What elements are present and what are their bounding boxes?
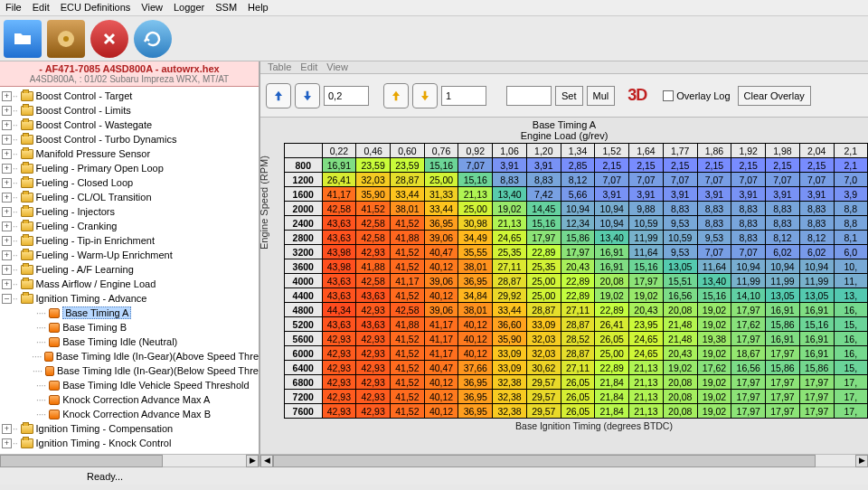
expand-icon[interactable]: + xyxy=(2,106,12,116)
row-header[interactable]: 7600 xyxy=(285,404,323,419)
data-cell[interactable]: 23,59 xyxy=(356,158,391,173)
data-cell[interactable]: 17,97 xyxy=(799,404,834,419)
data-cell[interactable]: 40,12 xyxy=(424,259,458,274)
tree-hscrollbar[interactable]: ▶ xyxy=(0,454,259,466)
data-cell[interactable]: 26,41 xyxy=(595,317,629,332)
data-cell[interactable]: 41,52 xyxy=(390,259,424,274)
data-cell[interactable]: 42,93 xyxy=(322,390,356,404)
data-cell[interactable]: 21,13 xyxy=(458,187,493,202)
data-cell[interactable]: 15,51 xyxy=(663,274,697,288)
mul-button[interactable]: Mul xyxy=(587,86,616,106)
data-cell[interactable]: 10,94 xyxy=(731,259,766,274)
data-cell[interactable]: 2,15 xyxy=(799,158,834,173)
tree-row[interactable]: –··Ignition Timing - Advance xyxy=(0,291,259,306)
row-header[interactable]: 4400 xyxy=(285,288,323,303)
data-cell[interactable]: 36,95 xyxy=(458,390,493,404)
menu-file[interactable]: File xyxy=(5,2,22,14)
data-cell[interactable]: 20,43 xyxy=(561,259,595,274)
data-cell[interactable]: 17,97 xyxy=(799,390,834,404)
data-cell[interactable]: 3,91 xyxy=(799,187,834,202)
data-cell[interactable]: 7,07 xyxy=(731,245,766,259)
data-cell[interactable]: 7,07 xyxy=(731,173,766,187)
data-cell[interactable]: 11,99 xyxy=(629,231,664,245)
data-cell[interactable]: 19,02 xyxy=(629,288,664,303)
data-cell[interactable]: 19,02 xyxy=(697,346,731,361)
tree-row[interactable]: +··Fueling - Closed Loop xyxy=(0,175,259,190)
data-cell[interactable]: 17,97 xyxy=(799,375,834,390)
data-cell[interactable]: 2,15 xyxy=(697,158,731,173)
data-cell[interactable]: 35,55 xyxy=(458,245,493,259)
data-cell[interactable]: 42,58 xyxy=(356,274,391,288)
data-cell[interactable]: 7,07 xyxy=(458,158,493,173)
data-cell[interactable]: 24,65 xyxy=(493,231,527,245)
data-cell[interactable]: 44,34 xyxy=(322,303,356,317)
data-cell[interactable]: 41,52 xyxy=(390,245,424,259)
data-cell[interactable]: 6,02 xyxy=(766,245,800,259)
data-cell[interactable]: 20,43 xyxy=(629,303,664,317)
data-cell[interactable]: 23,95 xyxy=(629,317,664,332)
data-cell[interactable]: 40,12 xyxy=(458,346,493,361)
tree-row[interactable]: +··Boost Control - Turbo Dynamics xyxy=(0,132,259,146)
collapse-icon[interactable]: – xyxy=(2,294,12,304)
data-cell[interactable]: 3,91 xyxy=(731,187,766,202)
data-cell[interactable]: 32,03 xyxy=(526,332,561,346)
data-cell[interactable]: 43,98 xyxy=(322,259,356,274)
data-cell[interactable]: 31,33 xyxy=(424,187,458,202)
overlay-log-checkbox[interactable]: Overlay Log xyxy=(663,90,730,101)
data-cell[interactable]: 43,63 xyxy=(356,288,391,303)
data-cell[interactable]: 8,83 xyxy=(731,231,766,245)
tree-row[interactable]: ····Knock Correction Advance Max B xyxy=(0,407,259,421)
data-cell[interactable]: 43,63 xyxy=(322,231,356,245)
data-cell[interactable]: 28,87 xyxy=(526,303,561,317)
data-cell[interactable]: 41,52 xyxy=(356,202,391,216)
tree-row[interactable]: +··Fueling - CL/OL Transition xyxy=(0,190,259,204)
data-cell[interactable]: 43,63 xyxy=(356,317,391,332)
tree-row[interactable]: +··Ignition Timing - Compensation xyxy=(0,421,259,436)
data-cell[interactable]: 19,02 xyxy=(697,375,731,390)
data-cell[interactable]: 8,83 xyxy=(493,173,527,187)
data-cell[interactable]: 41,17 xyxy=(390,274,424,288)
data-cell[interactable]: 17,97 xyxy=(766,390,800,404)
data-cell[interactable]: 40,12 xyxy=(424,390,458,404)
data-cell[interactable]: 3,91 xyxy=(526,158,561,173)
data-cell[interactable]: 19,02 xyxy=(697,303,731,317)
data-cell[interactable]: 6,0 xyxy=(834,245,867,259)
data-cell[interactable]: 33,09 xyxy=(493,361,527,375)
data-cell[interactable]: 17,97 xyxy=(731,404,766,419)
data-cell[interactable]: 39,06 xyxy=(424,274,458,288)
data-cell[interactable]: 13,05 xyxy=(766,288,800,303)
timing-table[interactable]: 0,220,460,600,760,921,061,201,341,521,64… xyxy=(284,143,868,419)
data-cell[interactable]: 17, xyxy=(834,404,867,419)
data-cell[interactable]: 16,91 xyxy=(766,332,800,346)
row-header[interactable]: 5200 xyxy=(285,317,323,332)
row-header[interactable]: 4800 xyxy=(285,303,323,317)
data-cell[interactable]: 10,94 xyxy=(595,216,629,231)
data-cell[interactable]: 41,52 xyxy=(390,346,424,361)
data-cell[interactable]: 16, xyxy=(834,346,867,361)
tree-row[interactable]: +··Boost Control - Target xyxy=(0,89,259,103)
data-cell[interactable]: 8,12 xyxy=(799,231,834,245)
data-cell[interactable]: 9,88 xyxy=(629,202,664,216)
data-cell[interactable]: 8,83 xyxy=(697,202,731,216)
data-cell[interactable]: 25,35 xyxy=(493,245,527,259)
data-cell[interactable]: 16,91 xyxy=(799,346,834,361)
data-cell[interactable]: 3,9 xyxy=(834,187,867,202)
data-cell[interactable]: 8,83 xyxy=(526,173,561,187)
data-cell[interactable]: 17,97 xyxy=(731,375,766,390)
col-header[interactable]: 1,06 xyxy=(493,144,527,158)
tree-row[interactable]: +··Fueling - Warm-Up Enrichment xyxy=(0,248,259,262)
data-cell[interactable]: 42,93 xyxy=(322,375,356,390)
data-cell[interactable]: 10,94 xyxy=(766,259,800,274)
row-header[interactable]: 7200 xyxy=(285,390,323,404)
data-cell[interactable]: 13,05 xyxy=(799,288,834,303)
tree-row[interactable]: +··Fueling - Tip-in Enrichment xyxy=(0,233,259,248)
col-header[interactable]: 1,92 xyxy=(731,144,766,158)
data-cell[interactable]: 17,97 xyxy=(731,332,766,346)
data-cell[interactable]: 38,01 xyxy=(458,303,493,317)
data-cell[interactable]: 13,40 xyxy=(595,231,629,245)
col-header[interactable]: 1,20 xyxy=(526,144,561,158)
data-cell[interactable]: 9,53 xyxy=(663,245,697,259)
data-cell[interactable]: 42,58 xyxy=(356,216,391,231)
data-cell[interactable]: 10, xyxy=(834,259,867,274)
coarse-decrease-icon[interactable] xyxy=(412,83,438,108)
